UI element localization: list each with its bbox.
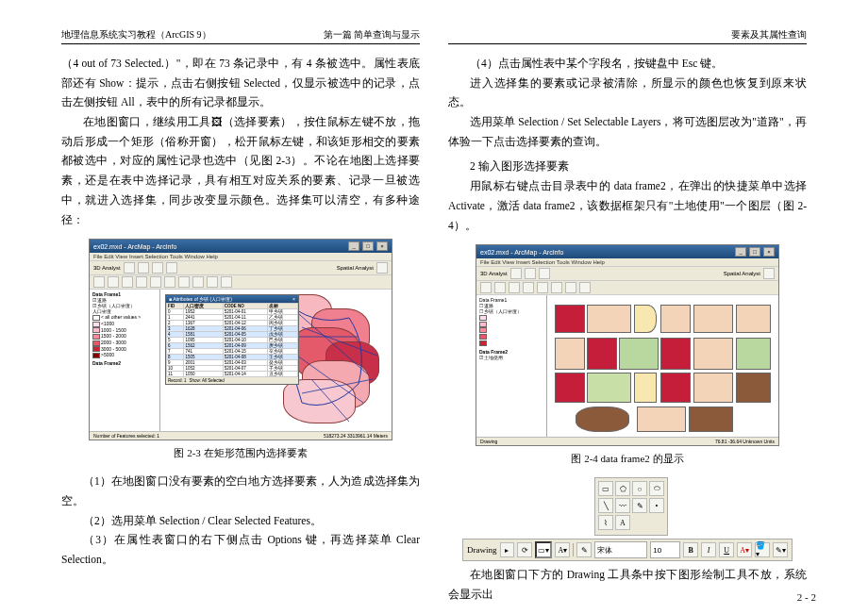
left-para-1: （4 out of 73 Selected.）"，即在 73 条记录中，有 4 … <box>61 54 420 112</box>
legend-item <box>478 327 544 334</box>
edit-icon[interactable]: ✎ <box>576 542 592 557</box>
menubar[interactable]: File Edit View Insert Selection Tools Wi… <box>90 253 392 261</box>
table-row[interactable]: 77415201-04-15辛乡镇 <box>167 349 298 355</box>
tool-icon[interactable] <box>178 276 190 288</box>
size-select[interactable] <box>650 541 680 558</box>
minimize-icon[interactable]: _ <box>348 241 359 251</box>
tool-icon[interactable] <box>166 262 177 274</box>
table-row[interactable]: 815055201-04-08壬乡镇 <box>167 355 298 360</box>
polyline-icon[interactable]: ⌇ <box>598 515 613 530</box>
attribute-table-window[interactable]: ■ Attributes of 乡镇 (人口密度) × FID 人口密度 COD… <box>165 294 299 385</box>
rotate-icon[interactable]: ⟳ <box>517 542 532 557</box>
tool-icon[interactable] <box>192 276 204 288</box>
shape-dropdown-panel[interactable]: ▭ ⬠ ○ ⬭ ╲ 〰 ✎ • ⌇ A <box>594 477 668 536</box>
freehand-icon[interactable]: ✎ <box>632 498 647 513</box>
tool-icon[interactable] <box>124 262 135 274</box>
table-row[interactable]: 1110505201-04-14丑乡镇 <box>167 372 298 377</box>
tool-icon[interactable] <box>138 262 149 274</box>
ellipse-icon[interactable]: ⬭ <box>649 481 664 496</box>
tool-icon[interactable] <box>509 282 520 293</box>
figure-2-4-caption: 图 2-4 data frame2 的显示 <box>448 452 807 466</box>
maximize-icon[interactable]: □ <box>362 241 374 251</box>
table-row[interactable]: 615625201-04-09庚乡镇 <box>167 343 298 349</box>
tool-icon[interactable] <box>164 276 175 288</box>
underline-icon[interactable]: U <box>719 542 734 557</box>
curve-icon[interactable]: 〰 <box>615 498 630 513</box>
table-row[interactable]: 510955201-04-10己乡镇 <box>167 338 298 343</box>
attr-title-text: ■ Attributes of 乡镇 (人口密度) <box>169 296 232 302</box>
page-header-right: 要素及其属性查询 <box>448 0 807 44</box>
rectangle-icon[interactable]: ▭ <box>598 481 613 496</box>
toc-dataframe2[interactable]: Data Frame2 <box>92 360 158 366</box>
minimize-icon[interactable]: _ <box>735 247 746 257</box>
fill-color-icon[interactable]: 🪣▾ <box>755 542 770 557</box>
toolbar-label-spatial: Spatial Analyst <box>337 265 374 271</box>
right-para-5: 在地图窗口下方的 Drawing 工具条中按下图形绘制工具不放，系统会显示出 <box>448 565 807 604</box>
font-color-icon[interactable]: A▾ <box>737 542 752 557</box>
line-color-icon[interactable]: ✎▾ <box>773 542 788 557</box>
toc-layer-landuse[interactable]: ☑ 土地使用 <box>478 355 544 360</box>
close-icon[interactable]: × <box>376 241 388 251</box>
toc-panel[interactable]: Data Frame1 ☐ 道路 ☐ 乡镇（人口密度） Data Frame2 … <box>476 295 547 437</box>
tool-icon[interactable] <box>525 268 536 279</box>
tool-icon[interactable] <box>523 282 534 293</box>
legend-item <box>478 314 544 321</box>
tool-icon[interactable] <box>376 262 388 274</box>
tool-icon[interactable] <box>510 268 522 279</box>
tool-icon[interactable] <box>152 262 163 274</box>
tool-icon[interactable] <box>539 268 550 279</box>
attr-close-icon[interactable]: × <box>292 296 295 302</box>
close-icon[interactable]: × <box>763 247 775 257</box>
tool-icon[interactable] <box>480 282 492 293</box>
tool-icon[interactable] <box>537 282 548 293</box>
document-page: 地理信息系统实习教程（ArcGIS 9） 第一篇 简单查询与显示 （4 out … <box>0 0 868 614</box>
font-select[interactable] <box>594 541 647 558</box>
section-2-title: 2 输入图形选择要素 <box>448 157 807 176</box>
line-icon[interactable]: ╲ <box>598 498 613 513</box>
tool-icon[interactable] <box>551 282 562 293</box>
shape-dropdown-icon[interactable]: ▭▾ <box>535 541 552 558</box>
record-nav[interactable]: Record: 1 <box>168 378 187 383</box>
attribute-table[interactable]: FID 人口密度 CODE NO 名称 019525201-04-01甲乡镇12… <box>166 303 298 377</box>
attr-titlebar: ■ Attributes of 乡镇 (人口密度) × <box>166 295 298 303</box>
table-row[interactable]: 019525201-04-01甲乡镇 <box>167 309 298 315</box>
page-header-left: 地理信息系统实习教程（ArcGIS 9） 第一篇 简单查询与显示 <box>61 0 420 44</box>
tool-icon[interactable] <box>150 276 161 288</box>
left-para-4: （2）选用菜单 Selection / Clear Selected Featu… <box>61 511 420 531</box>
tool-icon[interactable] <box>763 268 775 279</box>
map-view[interactable] <box>547 295 778 437</box>
tool-icon[interactable] <box>207 276 218 288</box>
left-para-3: （1）在地图窗口没有要素的空白地方选择要素，人为造成选择集为空。 <box>61 472 420 510</box>
maximize-icon[interactable]: □ <box>749 247 760 257</box>
menubar[interactable]: File Edit View Insert Selection Tools Wi… <box>476 258 778 267</box>
tool-icon[interactable] <box>93 276 105 288</box>
table-row[interactable]: 920015201-04-03癸乡镇 <box>167 360 298 366</box>
text-icon[interactable]: A <box>615 515 630 530</box>
table-row[interactable]: 213675201-04-12丙乡镇 <box>167 321 298 326</box>
table-row[interactable]: 124415201-04-11乙乡镇 <box>167 315 298 321</box>
window-title: ex02.mxd - ArcMap - ArcInfo <box>93 243 176 250</box>
polygon-icon[interactable]: ⬠ <box>615 481 630 496</box>
show-toggle[interactable]: Show: All Selected <box>190 378 225 383</box>
drawing-main-toolbar: Drawing ▸ ⟳ ▭▾ A▾ ✎ B I U A▾ 🪣▾ ✎▾ <box>462 539 793 561</box>
bold-icon[interactable]: B <box>683 542 698 557</box>
italic-icon[interactable]: I <box>701 542 716 557</box>
tool-icon[interactable] <box>136 276 147 288</box>
circle-icon[interactable]: ○ <box>632 481 647 496</box>
tool-icon[interactable] <box>579 282 591 293</box>
status-left: Number of Features selected: 1 <box>93 433 159 439</box>
table-row[interactable]: 316285201-04-06丁乡镇 <box>167 326 298 332</box>
table-row[interactable]: 415815201-04-05戊乡镇 <box>167 332 298 338</box>
table-row[interactable]: 1010525201-04-07子乡镇 <box>167 366 298 372</box>
map-view[interactable]: ■ Attributes of 乡镇 (人口密度) × FID 人口密度 COD… <box>160 290 392 431</box>
pointer-icon[interactable]: ▸ <box>500 542 515 557</box>
marker-icon[interactable]: • <box>649 498 664 513</box>
tool-icon[interactable] <box>122 276 133 288</box>
toc-panel[interactable]: Data Frame1 ☑ 道路 ☑ 乡镇（人口密度） 人口密度 < all o… <box>90 290 160 431</box>
tool-icon[interactable] <box>565 282 576 293</box>
left-para-2: 在地图窗口，继续用工具🖾（选择要素），按住鼠标左键不放，拖动后形成一个矩形（俗称… <box>61 112 420 229</box>
tool-icon[interactable] <box>108 276 119 288</box>
tool-icon[interactable] <box>494 282 506 293</box>
tool-icon[interactable] <box>221 276 232 288</box>
text-tool-icon[interactable]: A▾ <box>555 542 570 557</box>
